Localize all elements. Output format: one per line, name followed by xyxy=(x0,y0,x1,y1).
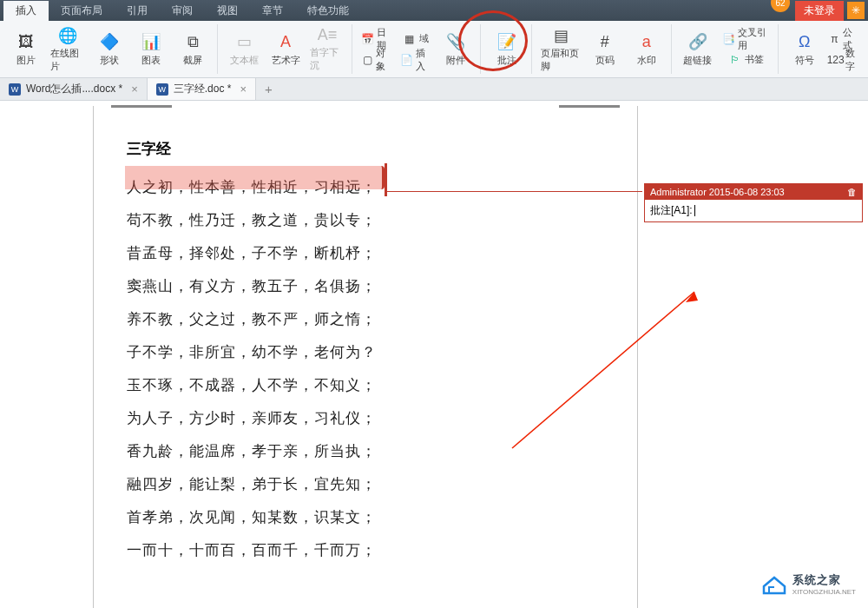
house-logo-icon xyxy=(761,574,787,595)
document-canvas: 三字经 人之初，性本善，性相近，习相远；苟不教，性乃迁，教之道，贵以专；昔孟母，… xyxy=(0,101,868,608)
comment-box[interactable]: Administrator 2015-06-08 23:03 🗑 批注[A1]: xyxy=(644,183,863,222)
close-tab-icon[interactable]: × xyxy=(240,83,247,96)
dropcap-button[interactable]: A≡首字下沉 xyxy=(308,24,346,74)
number-button[interactable]: 123数字 xyxy=(827,50,861,70)
site-watermark: 系统之家 XITONGZHIJIA.NET xyxy=(761,572,856,596)
ribbon-group-text: ▭文本框 A艺术字 A≡首字下沉 xyxy=(220,24,352,74)
svg-marker-1 xyxy=(686,292,698,302)
insert-button[interactable]: 📄插入 xyxy=(398,50,434,70)
word-doc-icon: W xyxy=(156,83,168,96)
attachment-button[interactable]: 📎附件 xyxy=(437,24,475,74)
document-line[interactable]: 融四岁，能让梨，弟于长，宜先知； xyxy=(127,468,604,501)
menu-tab-reference[interactable]: 引用 xyxy=(115,1,160,21)
picture-icon: 🖼 xyxy=(16,31,36,52)
menu-tab-layout[interactable]: 页面布局 xyxy=(49,1,115,21)
attachment-icon: 📎 xyxy=(445,31,466,52)
menu-tab-review[interactable]: 审阅 xyxy=(160,1,205,21)
textbox-icon: ▭ xyxy=(233,31,254,52)
menu-tab-feature[interactable]: 特色功能 xyxy=(295,1,361,21)
main-menubar: 插入 页面布局 引用 审阅 视图 章节 特色功能 62 未登录 ✳ xyxy=(0,0,868,21)
online-picture-icon: 🌐 xyxy=(57,26,78,45)
menu-tab-section[interactable]: 章节 xyxy=(250,1,295,21)
document-tab-label: 三字经.doc * xyxy=(174,82,232,96)
document-tab-bar: W Word怎么插....docx * × W 三字经.doc * × + xyxy=(0,78,868,101)
ruler-mark xyxy=(111,105,172,108)
comment-icon: 📝 xyxy=(496,31,517,52)
object-icon: ▢ xyxy=(361,53,373,67)
comment-header: Administrator 2015-06-08 23:03 🗑 xyxy=(645,184,862,200)
text-highlight xyxy=(125,166,385,189)
document-line[interactable]: 养不教，父之过，教不严，师之惰； xyxy=(127,303,604,336)
symbol-button[interactable]: Ω符号 xyxy=(786,24,824,74)
link-icon: 🔗 xyxy=(687,31,708,52)
insert-picture-button[interactable]: 🖼图片 xyxy=(7,24,45,74)
symbol-icon: Ω xyxy=(794,31,815,52)
notification-badge[interactable]: 62 xyxy=(771,0,790,12)
document-title: 三字经 xyxy=(127,139,604,159)
ribbon-group-illustrations: 🖼图片 🌐在线图片 🔷形状 📊图表 ⧉截屏 xyxy=(2,24,218,74)
document-body[interactable]: 人之初，性本善，性相近，习相远；苟不教，性乃迁，教之道，贵以专；昔孟母，择邻处，… xyxy=(127,171,604,567)
settings-icon[interactable]: ✳ xyxy=(847,2,865,19)
comment-body[interactable]: 批注[A1]: xyxy=(645,200,862,221)
wordart-icon: A xyxy=(275,31,296,52)
new-tab-button[interactable]: + xyxy=(256,82,281,96)
word-doc-icon: W xyxy=(9,83,21,96)
hyperlink-button[interactable]: 🔗超链接 xyxy=(679,24,717,74)
bookmark-icon: 🏳 xyxy=(728,53,742,67)
ribbon-group-comment: 📝批注 xyxy=(483,24,532,74)
insert-icon: 📄 xyxy=(400,53,413,67)
comment-button[interactable]: 📝批注 xyxy=(488,24,526,74)
ribbon-group-insert: 📅日期 ▢对象 ▦域 📄插入 📎附件 xyxy=(354,24,481,74)
document-line[interactable]: 苟不教，性乃迁，教之道，贵以专； xyxy=(127,204,604,237)
page-number-button[interactable]: #页码 xyxy=(586,24,624,74)
bookmark-button[interactable]: 🏳书签 xyxy=(720,50,773,70)
insert-online-picture-button[interactable]: 🌐在线图片 xyxy=(49,24,87,74)
wordart-button[interactable]: A艺术字 xyxy=(266,24,305,74)
ruler-mark xyxy=(559,105,620,108)
object-button[interactable]: ▢对象 xyxy=(359,50,395,70)
header-footer-button[interactable]: ▤页眉和页脚 xyxy=(539,24,582,74)
document-line[interactable]: 子不学，非所宜，幼不学，老何为？ xyxy=(127,336,604,369)
close-tab-icon[interactable]: × xyxy=(131,83,138,96)
insert-ribbon: 🖼图片 🌐在线图片 🔷形状 📊图表 ⧉截屏 ▭文本框 A艺术字 A≡首字下沉 📅… xyxy=(0,21,868,78)
screenshot-button[interactable]: ⧉截屏 xyxy=(174,24,212,74)
cross-reference-button[interactable]: 📑交叉引用 xyxy=(720,29,773,50)
shape-icon: 🔷 xyxy=(99,31,120,52)
login-button[interactable]: 未登录 xyxy=(795,1,844,21)
menu-tab-view[interactable]: 视图 xyxy=(205,1,250,21)
document-line[interactable]: 窦燕山，有义方，教五子，名俱扬； xyxy=(127,270,604,303)
document-tab-2[interactable]: W 三字经.doc * × xyxy=(148,78,256,100)
watermark-icon: a xyxy=(636,31,657,52)
document-line[interactable]: 玉不琢，不成器，人不学，不知义； xyxy=(127,369,604,402)
insert-shape-button[interactable]: 🔷形状 xyxy=(90,24,128,74)
pagenum-icon: # xyxy=(595,31,615,52)
document-line[interactable]: 为人子，方少时，亲师友，习礼仪； xyxy=(127,402,604,435)
insert-chart-button[interactable]: 📊图表 xyxy=(132,24,170,74)
screenshot-icon: ⧉ xyxy=(182,31,203,52)
dropcap-icon: A≡ xyxy=(317,26,338,44)
xref-icon: 📑 xyxy=(722,32,735,46)
document-line[interactable]: 香九龄，能温席，孝于亲，所当执； xyxy=(127,435,604,468)
field-icon: ▦ xyxy=(403,32,417,46)
comment-connector-line xyxy=(387,191,642,193)
chart-icon: 📊 xyxy=(141,31,161,52)
document-tab-1[interactable]: W Word怎么插....docx * × xyxy=(0,78,148,100)
document-line[interactable]: 首孝弟，次见闻，知某数，识某文； xyxy=(127,501,604,534)
ribbon-group-symbols: Ω符号 π公式 123数字 xyxy=(780,24,866,74)
text-cursor xyxy=(694,205,695,216)
delete-comment-icon[interactable]: 🗑 xyxy=(847,187,857,197)
document-line[interactable]: 昔孟母，择邻处，子不学，断机杼； xyxy=(127,237,604,270)
header-icon: ▤ xyxy=(550,26,571,45)
calendar-icon: 📅 xyxy=(361,32,374,46)
document-tab-label: Word怎么插....docx * xyxy=(26,82,122,96)
textbox-button[interactable]: ▭文本框 xyxy=(225,24,263,74)
ribbon-group-links: 🔗超链接 📑交叉引用 🏳书签 xyxy=(674,24,779,74)
watermark-button[interactable]: a水印 xyxy=(628,24,666,74)
formula-icon: π xyxy=(829,32,841,46)
document-line[interactable]: 一而十，十而百，百而千，千而万； xyxy=(127,534,604,567)
menu-tab-insert[interactable]: 插入 xyxy=(3,1,49,21)
ribbon-group-header: ▤页眉和页脚 #页码 a水印 xyxy=(534,24,671,74)
number-icon: 123 xyxy=(829,53,843,67)
